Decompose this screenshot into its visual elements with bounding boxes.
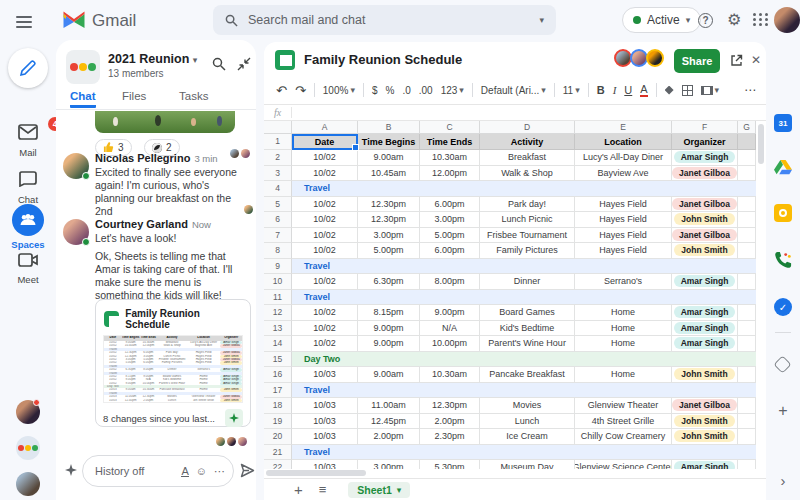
column-header-C[interactable]: C xyxy=(420,121,480,134)
row-header-14[interactable]: 14 xyxy=(264,336,292,352)
data-cell[interactable]: Parent's Wine Hour xyxy=(480,336,575,352)
row-header-20[interactable]: 20 xyxy=(264,429,292,445)
data-cell[interactable]: Glenview Science Center xyxy=(575,460,672,469)
close-panel-icon[interactable]: ✕ xyxy=(751,53,761,67)
row-header-4[interactable]: 4 xyxy=(264,181,292,197)
data-cell[interactable]: Breakfast xyxy=(480,150,575,166)
sheet-row[interactable]: 2210/033.00pm5.30pmMuseum DayGlenview Sc… xyxy=(264,460,756,469)
data-cell[interactable]: 5.30pm xyxy=(420,460,480,469)
row-header-2[interactable]: 2 xyxy=(264,150,292,166)
sheet-row[interactable]: 1310/029.00pmN/AKid's BedtimeHomeAmar Si… xyxy=(264,321,756,337)
redo-icon[interactable]: ↷ xyxy=(295,83,306,98)
band-cell-travel[interactable]: Travel xyxy=(292,290,756,306)
data-cell[interactable]: Lucy's All-Day Diner xyxy=(575,150,672,166)
format-percent-button[interactable]: % xyxy=(385,85,394,96)
search-in-space-icon[interactable] xyxy=(212,57,226,71)
data-cell[interactable]: 9.00pm xyxy=(358,321,420,337)
sheet-row[interactable]: 210/029.00am10.30amBreakfastLucy's All-D… xyxy=(264,150,756,166)
data-cell[interactable]: Park day! xyxy=(480,197,575,213)
data-cell[interactable]: 10/02 xyxy=(292,336,358,352)
fill-color-icon[interactable] xyxy=(665,86,674,95)
row-header-1[interactable]: 1 xyxy=(264,134,292,150)
row-header-18[interactable]: 18 xyxy=(264,398,292,414)
pinned-chat-avatar-2[interactable] xyxy=(16,472,40,496)
data-cell[interactable]: Chilly Cow Creamery xyxy=(575,429,672,445)
header-cell[interactable]: Organizer xyxy=(672,134,738,150)
collapse-panel-icon[interactable] xyxy=(237,57,251,71)
data-cell[interactable]: Hayes Field xyxy=(575,197,672,213)
data-cell[interactable]: 9.00pm xyxy=(420,305,480,321)
sheet-row[interactable]: 810/025.00pm6.00pmFamily PicturesHayes F… xyxy=(264,243,756,259)
data-cell[interactable]: John Smith xyxy=(672,367,738,383)
data-cell[interactable]: 10.45am xyxy=(358,166,420,182)
data-cell[interactable]: 6.00pm xyxy=(420,243,480,259)
data-cell[interactable]: 10/02 xyxy=(292,166,358,182)
decrease-decimal-button[interactable]: .0 xyxy=(402,85,410,96)
header-cell[interactable]: Date xyxy=(292,134,358,150)
main-menu-icon[interactable] xyxy=(16,13,32,31)
row-header-9[interactable]: 9 xyxy=(264,259,292,275)
font-select[interactable]: Default (Ari...▾ xyxy=(481,85,546,96)
sheet-row[interactable]: 9Travel xyxy=(264,259,756,275)
data-cell[interactable]: Home xyxy=(575,367,672,383)
tasks-icon[interactable]: ✓ xyxy=(774,298,792,316)
sheet-row[interactable]: 1410/029.00pm10.00pmParent's Wine HourHo… xyxy=(264,336,756,352)
data-cell[interactable]: Movies xyxy=(480,398,575,414)
row-header-3[interactable]: 3 xyxy=(264,166,292,182)
data-cell[interactable]: Hayes Field xyxy=(575,212,672,228)
header-cell[interactable]: Location xyxy=(575,134,672,150)
data-cell[interactable]: 10.30am xyxy=(420,150,480,166)
data-cell[interactable]: John Smith xyxy=(672,243,738,259)
data-cell[interactable]: Home xyxy=(575,321,672,337)
data-cell[interactable]: Janet Gilboa xyxy=(672,398,738,414)
add-sheet-icon[interactable]: + xyxy=(294,481,303,498)
text-format-icon[interactable]: A xyxy=(181,466,188,477)
data-cell[interactable]: 5.00pm xyxy=(420,228,480,244)
sheet-row[interactable]: 1DateTime BeginsTime EndsActivityLocatio… xyxy=(264,134,756,150)
data-cell[interactable]: 9.00am xyxy=(358,367,420,383)
row-header-6[interactable]: 6 xyxy=(264,212,292,228)
data-cell[interactable]: Board Games xyxy=(480,305,575,321)
sheet-row[interactable]: 1210/028.15pm9.00pmBoard GamesHomeAmar S… xyxy=(264,305,756,321)
data-cell[interactable]: Lunch Picnic xyxy=(480,212,575,228)
borders-icon[interactable] xyxy=(682,85,693,96)
row-header-10[interactable]: 10 xyxy=(264,274,292,290)
data-cell[interactable]: 10/03 xyxy=(292,429,358,445)
summarize-button[interactable] xyxy=(225,409,243,427)
text-color-button[interactable]: A xyxy=(640,84,647,97)
sheet-row[interactable]: 710/023.00pm5.00pmFrisbee TournamentHaye… xyxy=(264,228,756,244)
data-cell[interactable]: 3.00pm xyxy=(420,212,480,228)
data-cell[interactable]: Glenview Theater xyxy=(575,398,672,414)
data-cell[interactable]: Kid's Bedtime xyxy=(480,321,575,337)
underline-button[interactable]: U xyxy=(624,84,632,96)
data-cell[interactable]: 10/03 xyxy=(292,414,358,430)
data-cell[interactable]: Frisbee Tournament xyxy=(480,228,575,244)
data-cell[interactable]: Walk & Shop xyxy=(480,166,575,182)
data-cell[interactable]: 4th Street Grille xyxy=(575,414,672,430)
increase-decimal-button[interactable]: .00 xyxy=(419,85,433,96)
data-cell[interactable]: Museum Day xyxy=(480,460,575,469)
data-cell[interactable]: 9.00am xyxy=(358,150,420,166)
presence-avatar-3[interactable] xyxy=(646,49,664,67)
data-cell[interactable]: 10/02 xyxy=(292,228,358,244)
data-cell[interactable]: Amar Singh xyxy=(672,150,738,166)
sheet-row[interactable]: 310/0210.45am12.00pmWalk & ShopBayview A… xyxy=(264,166,756,182)
band-cell-travel[interactable]: Travel xyxy=(292,259,756,275)
band-cell-travel[interactable]: Travel xyxy=(292,383,756,399)
data-cell[interactable]: 10/03 xyxy=(292,398,358,414)
data-cell[interactable]: 10.00pm xyxy=(420,336,480,352)
data-cell[interactable]: 2.30pm xyxy=(420,429,480,445)
drive-icon[interactable] xyxy=(774,158,792,176)
sheet-row[interactable]: 2010/032.00pm2.30pmIce CreamChilly Cow C… xyxy=(264,429,756,445)
column-header-D[interactable]: D xyxy=(480,121,575,134)
pinned-chat-avatar-1[interactable] xyxy=(16,400,40,424)
data-cell[interactable]: Lunch xyxy=(480,414,575,430)
row-header-12[interactable]: 12 xyxy=(264,305,292,321)
sheet-row[interactable]: 4Travel xyxy=(264,181,756,197)
data-cell[interactable]: Janet Gilboa xyxy=(672,197,738,213)
sheet-row[interactable]: 1610/039.00am10.30amPancake BreakfastHom… xyxy=(264,367,756,383)
keep-icon[interactable] xyxy=(774,204,792,222)
italic-button[interactable]: I xyxy=(613,84,617,96)
message-author-avatar[interactable] xyxy=(63,153,89,179)
data-cell[interactable]: 10.30am xyxy=(420,367,480,383)
